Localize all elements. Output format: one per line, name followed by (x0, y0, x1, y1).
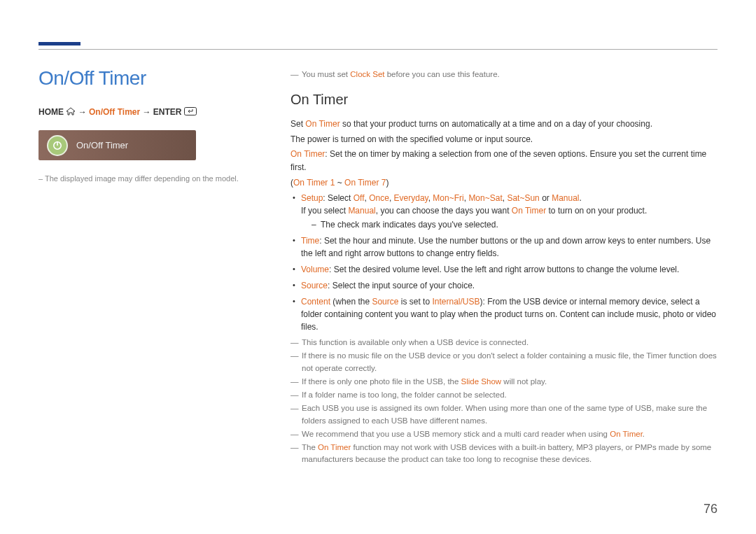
bullet-volume: Volume: Set the desired volume level. Us… (290, 263, 718, 276)
setup-l2-pre: If you select (301, 206, 348, 216)
setup-once: Once (369, 193, 389, 203)
note-5-text: Each USB you use is assigned its own fol… (302, 402, 718, 427)
setup-sep: : Select (323, 193, 353, 203)
time-text: : Set the hour and minute. Use the numbe… (301, 236, 710, 258)
note-6: ―We recommend that you use a USB memory … (290, 428, 718, 440)
left-column: On/Off Timer HOME → On/Off Timer → ENTER… (38, 67, 290, 468)
setup-monsat: Mon~Sat (468, 193, 502, 203)
setup-l2-hl1: Manual (348, 206, 375, 216)
setup-l2-mid: , you can choose the days you want (376, 206, 512, 216)
note-1-text: This function is available only when a U… (302, 337, 528, 349)
note-2-text: If there is no music file on the USB dev… (302, 350, 718, 374)
content-pre: (when the (330, 297, 372, 307)
header-rule (38, 49, 718, 50)
setup-label: Setup (301, 193, 323, 203)
nav-arrow-2: → (143, 107, 151, 117)
setup-manual: Manual (552, 193, 579, 203)
menu-item-label: On/Off Timer (76, 140, 128, 150)
setup-subdash: –The check mark indicates days you've se… (301, 218, 718, 231)
volume-label: Volume (301, 265, 329, 274)
para-1: Set On Timer so that your product turns … (290, 118, 718, 131)
n7-hl: On Timer (318, 443, 351, 451)
nav-enter-label: ENTER (153, 107, 182, 117)
n3-hl: Slide Show (461, 377, 502, 386)
bullet-time: Time: Set the hour and minute. Use the n… (290, 234, 718, 260)
setup-satsun: Sat~Sun (507, 193, 539, 203)
p1-pre: Set (290, 119, 305, 129)
n6-pre: We recommend that you use a USB memory s… (302, 430, 610, 438)
note-5: ―Each USB you use is assigned its own fo… (290, 402, 718, 427)
setup-or: or (540, 193, 552, 203)
setup-l2-post: to turn on on your product. (546, 206, 647, 216)
bullet-source: Source: Select the input source of your … (290, 279, 718, 292)
options-list: Setup: Select Off, Once, Everyday, Mon~F… (290, 192, 718, 333)
para-3: On Timer: Set the on timer by making a s… (290, 148, 718, 174)
breadcrumb: HOME → On/Off Timer → ENTER (38, 107, 262, 118)
content-label: Content (301, 297, 330, 307)
setup-l2-hl2: On Timer (512, 206, 546, 216)
range-tilde: ~ (335, 178, 344, 188)
preface-pre: You must set (302, 70, 350, 78)
page-title: On/Off Timer (38, 67, 262, 90)
range-hl1: On Timer 1 (293, 178, 335, 188)
bullet-setup: Setup: Select Off, Once, Everyday, Mon~F… (290, 192, 718, 231)
setup-monfri: Mon~Fri (433, 193, 463, 203)
nav-home-label: HOME (38, 107, 64, 117)
note-3: ―If there is only one photo file in the … (290, 376, 718, 388)
content-hl1: Source (372, 297, 398, 307)
note-1: ―This function is available only when a … (290, 337, 718, 349)
para-2: The power is turned on with the specifie… (290, 133, 718, 146)
nav-item-onoff: On/Off Timer (89, 107, 140, 117)
p3-post: : Set the on timer by making a selection… (290, 149, 706, 172)
content-hl2: Internal/USB (432, 297, 479, 307)
n6-hl: On Timer (610, 430, 643, 438)
source-label: Source (301, 281, 328, 290)
note-4: ―If a folder name is too long, the folde… (290, 389, 718, 401)
setup-everyday: Everyday (394, 193, 428, 203)
subsection-title: On Timer (290, 89, 718, 111)
p1-post: so that your product turns on automatica… (340, 119, 652, 129)
source-text: : Select the input source of your choice… (328, 281, 475, 290)
setup-off: Off (354, 193, 365, 203)
preface-note: ― You must set Clock Set before you can … (290, 69, 718, 80)
p1-hl: On Timer (305, 119, 340, 129)
n7-pre: The (302, 443, 318, 451)
content-mid: is set to (398, 297, 432, 307)
page-number: 76 (704, 502, 718, 517)
bullet-content: Content (when the Source is set to Inter… (290, 295, 718, 333)
header-accent (38, 42, 80, 45)
nav-arrow-1: → (78, 107, 87, 117)
home-icon (66, 107, 76, 118)
timer-range: (On Timer 1 ~ On Timer 7) (290, 176, 718, 190)
preface-post: before you can use this feature. (384, 70, 499, 78)
n3-post: will not play. (501, 377, 547, 386)
preface-hl: Clock Set (350, 70, 384, 78)
range-hl2: On Timer 7 (344, 178, 386, 188)
c2: , (389, 193, 394, 203)
n7-post: function may not work with USB devices w… (302, 443, 711, 463)
range-close: ) (386, 178, 388, 188)
volume-text: : Set the desired volume level. Use the … (329, 265, 679, 274)
timer-power-icon (47, 135, 68, 156)
image-disclaimer: The displayed image may differ depending… (38, 174, 262, 183)
note-2: ―If there is no music file on the USB de… (290, 350, 718, 374)
setup-dot: . (580, 193, 582, 203)
enter-icon (184, 107, 197, 118)
setup-sub1-text: The check mark indicates days you've sel… (321, 218, 498, 231)
right-column: ― You must set Clock Set before you can … (290, 67, 718, 468)
note-4-text: If a folder name is too long, the folder… (302, 389, 507, 401)
note-7: ―The On Timer function may not work with… (290, 442, 718, 466)
menu-screenshot: On/Off Timer (38, 130, 196, 160)
p3-hl: On Timer (290, 149, 325, 159)
time-label: Time (301, 236, 319, 246)
n3-pre: If there is only one photo file in the U… (302, 377, 461, 386)
n6-post: . (643, 430, 645, 438)
